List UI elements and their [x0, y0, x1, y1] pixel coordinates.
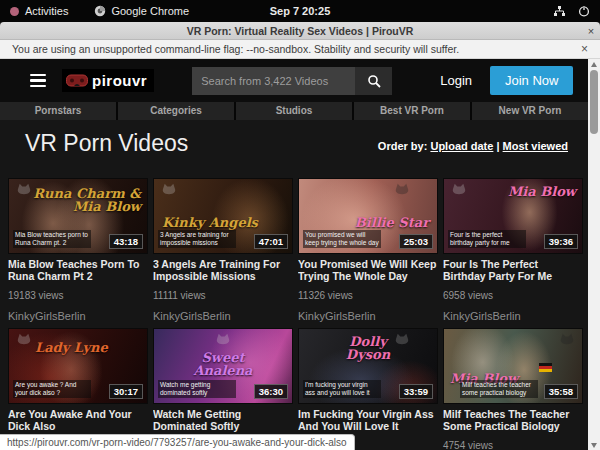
duration-badge: 35:58 [544, 384, 578, 399]
video-title[interactable]: You Promised We Will Keep Trying The Who… [298, 258, 438, 282]
thumbnail-caption: Watch me getting dominated softly [158, 380, 236, 398]
thumbnail-caption: Are you awake ? And your dick also ? [13, 380, 91, 398]
thumbnail-overlay-title: Sweet Analena [189, 351, 258, 377]
search-input[interactable] [192, 67, 355, 95]
video-card[interactable]: Lady Lyne Are you awake ? And your dick … [8, 328, 148, 450]
power-icon[interactable] [578, 5, 590, 17]
video-studio-link[interactable]: KinkyGirlsBerlin [298, 310, 438, 322]
thumbnail-caption: Four is the perfect birthday party for m… [448, 230, 526, 248]
scroll-down-arrow-icon[interactable] [588, 440, 600, 450]
video-thumbnail[interactable]: Billie Star You promised we will keep tr… [298, 178, 438, 254]
video-views: 6958 views [443, 290, 583, 301]
video-thumbnail[interactable]: Kinky Angels 3 Angels are training for i… [153, 178, 293, 254]
app-menu-label: Google Chrome [111, 5, 189, 17]
video-studio-link[interactable]: KinkyGirlsBerlin [443, 310, 583, 322]
order-by-label: Order by: [378, 140, 428, 152]
video-card[interactable]: Mia Blow Milf teaches the teacher some p… [443, 328, 583, 450]
warning-close-icon[interactable]: × [581, 42, 588, 56]
video-card[interactable]: Sweet Analena Watch me getting dominated… [153, 328, 293, 450]
video-title[interactable]: Are You Awake And Your Dick Also [8, 408, 148, 432]
video-card[interactable]: Kinky Angels 3 Angels are training for i… [153, 178, 293, 322]
thumbnail-overlay-title: Runa Charm & Mia Blow [9, 187, 141, 213]
distro-logo-icon [10, 7, 19, 16]
video-thumbnail[interactable]: Dolly Dyson I'm fucking your virgin ass … [298, 328, 438, 404]
app-menu[interactable]: Google Chrome [94, 5, 189, 17]
thumbnail-overlay-title: Billie Star [355, 216, 429, 229]
duration-badge: 36:30 [254, 384, 288, 399]
thumbnail-overlay-title: Mia Blow [508, 185, 576, 198]
status-url-bubble: https://pirouvr.com/vr-porn-video/779325… [0, 434, 355, 450]
thumbnail-overlay-title: Kinky Angels [162, 216, 258, 229]
video-title[interactable]: Four Is The Perfect Birthday Party For M… [443, 258, 583, 282]
thumbnail-caption: You promised we will keep trying the who… [303, 230, 381, 248]
thumbnail-caption: Milf teaches the teacher some practical … [460, 380, 538, 398]
system-clock[interactable]: Sep 7 20:25 [0, 5, 600, 17]
video-title[interactable]: Watch Me Getting Dominated Softly [153, 408, 293, 432]
video-thumbnail[interactable]: Sweet Analena Watch me getting dominated… [153, 328, 293, 404]
video-studio-link[interactable]: KinkyGirlsBerlin [153, 310, 293, 322]
nav-item-pornstars[interactable]: Pornstars [0, 102, 116, 120]
video-thumbnail[interactable]: Lady Lyne Are you awake ? And your dick … [8, 328, 148, 404]
window-title-bar: VR Porn: Virtual Reality Sex Videos | Pi… [0, 22, 600, 40]
nav-item-studios[interactable]: Studios [236, 102, 352, 120]
video-card[interactable]: Mia Blow Four is the perfect birthday pa… [443, 178, 583, 322]
thumbnail-overlay-title: Dolly Dyson [334, 335, 403, 361]
network-icon[interactable] [553, 5, 566, 17]
search-area [192, 67, 392, 95]
site-logo-text: pirouvr [92, 72, 147, 89]
main-nav: Pornstars Categories Studios Best VR Por… [0, 102, 588, 120]
duration-badge: 47:01 [254, 234, 288, 249]
studio-cat-watermark-icon [214, 333, 232, 345]
thumbnail-caption: 3 Angels are training for impossible mis… [158, 230, 236, 248]
order-link-most-viewed[interactable]: Most viewed [503, 140, 568, 152]
site-logo[interactable]: pirouvr [62, 69, 154, 92]
scrollbar-thumb[interactable] [590, 70, 598, 134]
video-studio-link[interactable]: KinkyGirlsBerlin [8, 310, 148, 322]
order-separator: | [496, 140, 499, 152]
video-title[interactable]: 3 Angels Are Training For Impossible Mis… [153, 258, 293, 282]
studio-cat-watermark-icon [393, 183, 411, 195]
activities-label: Activities [25, 5, 68, 17]
video-views: 11111 views [153, 290, 293, 301]
page-heading-row: VR Porn Videos Order by: Upload date | M… [0, 120, 588, 176]
menu-icon[interactable] [30, 74, 46, 88]
video-title[interactable]: Mia Blow Teaches Porn To Runa Charm Pt 2 [8, 258, 148, 282]
thumbnail-caption: Mia Blow teaches porn to Runa Charm pt. … [13, 230, 91, 248]
order-link-upload-date[interactable]: Upload date [430, 140, 493, 152]
vr-headset-icon [66, 74, 88, 87]
page-scrollbar[interactable] [588, 59, 600, 450]
nav-item-best-vr-porn[interactable]: Best VR Porn [354, 102, 470, 120]
video-thumbnail[interactable]: Mia Blow Four is the perfect birthday pa… [443, 178, 583, 254]
activities-button[interactable]: Activities [0, 5, 68, 17]
page-content: pirouvr Login Join Now Pornstars Categor… [0, 59, 600, 450]
video-card[interactable]: Billie Star You promised we will keep tr… [298, 178, 438, 322]
studio-cat-watermark-icon [450, 183, 468, 195]
warning-text: You are using an unsupported command-lin… [12, 43, 459, 55]
nav-item-new-vr-porn[interactable]: New VR Porn [472, 102, 588, 120]
video-title[interactable]: Im Fucking Your Virgin Ass And You Will … [298, 408, 438, 432]
duration-badge: 43:18 [109, 234, 143, 249]
login-link[interactable]: Login [440, 73, 472, 88]
window-close-icon[interactable]: × [582, 25, 600, 37]
video-views: 19183 views [8, 290, 148, 301]
german-flag-icon [539, 363, 552, 372]
site-header: pirouvr Login Join Now [0, 59, 588, 102]
video-grid: Runa Charm & Mia Blow Mia Blow teaches p… [8, 178, 583, 450]
video-thumbnail[interactable]: Mia Blow Milf teaches the teacher some p… [443, 328, 583, 404]
nav-item-categories[interactable]: Categories [118, 102, 234, 120]
join-now-button[interactable]: Join Now [490, 66, 573, 95]
video-card[interactable]: Dolly Dyson I'm fucking your virgin ass … [298, 328, 438, 450]
duration-badge: 25:03 [399, 234, 433, 249]
chrome-icon [94, 5, 106, 17]
search-button[interactable] [355, 67, 392, 95]
thumbnail-overlay-title: Lady Lyne [35, 341, 108, 354]
scroll-up-arrow-icon[interactable] [588, 59, 600, 69]
studio-cat-watermark-icon [160, 183, 178, 195]
chrome-warning-bar: You are using an unsupported command-lin… [0, 40, 600, 59]
search-icon [367, 74, 381, 88]
video-title[interactable]: Milf Teaches The Teacher Some Practical … [443, 408, 583, 432]
duration-badge: 33:59 [399, 384, 433, 399]
video-thumbnail[interactable]: Runa Charm & Mia Blow Mia Blow teaches p… [8, 178, 148, 254]
studio-cat-watermark-icon [558, 333, 576, 345]
video-card[interactable]: Runa Charm & Mia Blow Mia Blow teaches p… [8, 178, 148, 322]
